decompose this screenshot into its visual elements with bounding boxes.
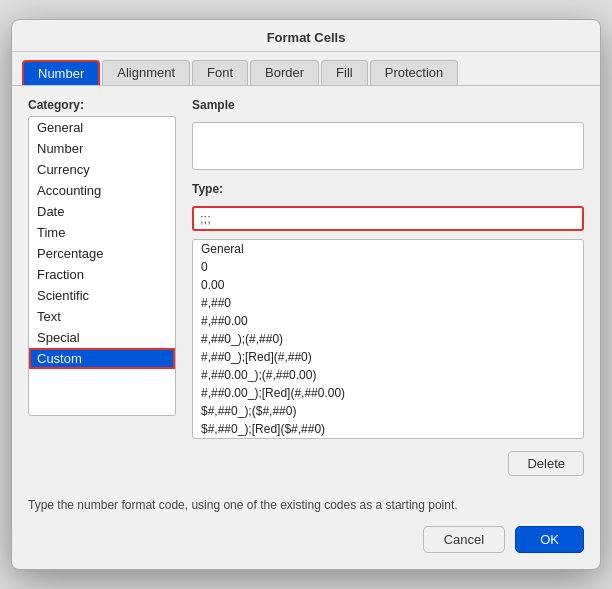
category-list[interactable]: GeneralNumberCurrencyAccountingDateTimeP… — [28, 116, 176, 416]
bottom-bar: Cancel OK — [12, 522, 600, 553]
category-item-time[interactable]: Time — [29, 222, 175, 243]
category-item-date[interactable]: Date — [29, 201, 175, 222]
sample-label: Sample — [192, 98, 584, 112]
format-item[interactable]: $#,##0_);[Red]($#,##0) — [193, 420, 583, 438]
format-item[interactable]: $#,##0_);($#,##0) — [193, 402, 583, 420]
tab-border[interactable]: Border — [250, 60, 319, 85]
dialog-title: Format Cells — [12, 20, 600, 52]
type-label: Type: — [192, 182, 584, 196]
tab-bar: NumberAlignmentFontBorderFillProtection — [12, 52, 600, 86]
format-cells-dialog: Format Cells NumberAlignmentFontBorderFi… — [11, 19, 601, 570]
right-panel: Sample Type: General00.00#,##0#,##0.00#,… — [192, 98, 584, 476]
category-item-number[interactable]: Number — [29, 138, 175, 159]
delete-row: Delete — [192, 451, 584, 476]
category-item-text[interactable]: Text — [29, 306, 175, 327]
category-item-fraction[interactable]: Fraction — [29, 264, 175, 285]
hint-text: Type the number format code, using one o… — [12, 488, 600, 522]
left-panel: Category: GeneralNumberCurrencyAccountin… — [28, 98, 176, 476]
category-item-general[interactable]: General — [29, 117, 175, 138]
tab-fill[interactable]: Fill — [321, 60, 368, 85]
category-label: Category: — [28, 98, 176, 112]
sample-box — [192, 122, 584, 170]
category-item-accounting[interactable]: Accounting — [29, 180, 175, 201]
format-item[interactable]: 0 — [193, 258, 583, 276]
format-item[interactable]: #,##0_);[Red](#,##0) — [193, 348, 583, 366]
category-item-scientific[interactable]: Scientific — [29, 285, 175, 306]
format-item[interactable]: #,##0_);(#,##0) — [193, 330, 583, 348]
category-item-currency[interactable]: Currency — [29, 159, 175, 180]
format-item[interactable]: General — [193, 240, 583, 258]
format-item[interactable]: #,##0.00_);(#,##0.00) — [193, 366, 583, 384]
delete-button[interactable]: Delete — [508, 451, 584, 476]
format-item[interactable]: #,##0.00 — [193, 312, 583, 330]
ok-button[interactable]: OK — [515, 526, 584, 553]
category-item-special[interactable]: Special — [29, 327, 175, 348]
main-content: Category: GeneralNumberCurrencyAccountin… — [12, 86, 600, 488]
tab-font[interactable]: Font — [192, 60, 248, 85]
cancel-button[interactable]: Cancel — [423, 526, 505, 553]
category-item-custom[interactable]: Custom — [29, 348, 175, 369]
category-item-percentage[interactable]: Percentage — [29, 243, 175, 264]
format-item[interactable]: 0.00 — [193, 276, 583, 294]
format-item[interactable]: #,##0.00_);[Red](#,##0.00) — [193, 384, 583, 402]
tab-protection[interactable]: Protection — [370, 60, 459, 85]
format-list[interactable]: General00.00#,##0#,##0.00#,##0_);(#,##0)… — [192, 239, 584, 439]
format-item[interactable]: #,##0 — [193, 294, 583, 312]
tab-number[interactable]: Number — [22, 60, 100, 85]
tab-alignment[interactable]: Alignment — [102, 60, 190, 85]
type-input[interactable] — [192, 206, 584, 231]
